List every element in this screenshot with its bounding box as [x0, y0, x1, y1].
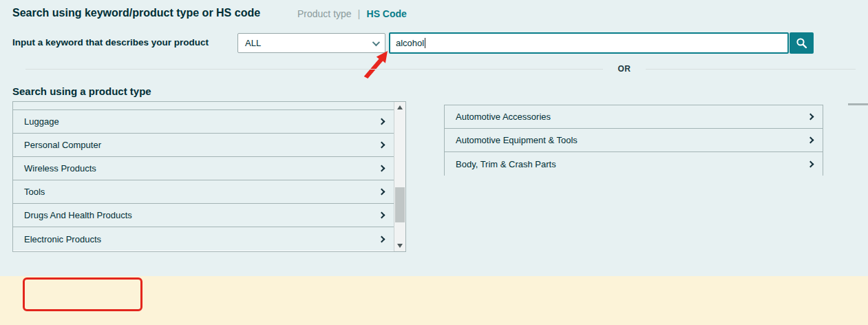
list-scroll-viewport: Lawn And Garden Luggage Personal Compute… — [13, 102, 394, 251]
or-divider-line — [25, 69, 856, 70]
tab-separator: | — [358, 8, 361, 19]
chevron-right-icon — [379, 235, 385, 242]
scroll-up-button[interactable] — [394, 102, 405, 113]
triangle-up-icon — [397, 105, 403, 109]
search-mode-tabs: Product type | HS Code — [297, 8, 407, 19]
page-title: Search using keyword/product type or HS … — [12, 7, 260, 19]
red-arrow-annotation — [358, 45, 391, 80]
chevron-right-icon — [379, 118, 385, 125]
magnifier-icon — [796, 37, 807, 49]
product-type-item[interactable]: Lawn And Garden — [13, 102, 394, 110]
chevron-right-icon — [379, 142, 385, 149]
product-type-item[interactable]: Drugs And Health Products — [13, 204, 394, 227]
product-type-item[interactable]: Personal Computer — [13, 134, 394, 157]
tab-product-type[interactable]: Product type — [297, 8, 352, 19]
product-type-item[interactable]: Automotive Accessories — [445, 105, 823, 129]
product-type-item[interactable]: Wireless Products — [13, 157, 394, 180]
product-type-item-label: Electronic Products — [24, 234, 101, 244]
search-button[interactable] — [790, 32, 814, 54]
product-type-item-label: Lawn And Garden — [24, 102, 96, 103]
product-type-item-label: Personal Computer — [24, 140, 101, 150]
category-select-value: ALL — [245, 38, 261, 48]
keyword-label: Input a keyword that describes your prod… — [12, 37, 209, 48]
chevron-right-icon — [807, 114, 814, 120]
chevron-right-icon — [379, 165, 385, 172]
chevron-right-icon — [807, 137, 814, 144]
tab-hs-code[interactable]: HS Code — [367, 8, 407, 19]
product-type-item-label: Wireless Products — [24, 163, 96, 174]
product-type-item-label: Tools — [24, 187, 45, 197]
scroll-down-button[interactable] — [394, 240, 405, 251]
or-label: OR — [603, 64, 646, 74]
product-type-item[interactable]: Body, Trim & Crash Parts — [445, 152, 823, 176]
clipped-edge-element — [848, 103, 868, 105]
product-type-item-label: Automotive Accessories — [456, 112, 551, 122]
product-type-item[interactable]: Tools — [13, 180, 394, 204]
scrollbar-thumb[interactable] — [395, 187, 405, 222]
red-highlight-box — [23, 277, 142, 311]
product-type-item-label: Automotive Equipment & Tools — [456, 135, 578, 145]
product-type-item[interactable]: Automotive Equipment & Tools — [445, 129, 823, 152]
product-type-item[interactable]: Electronic Products — [13, 227, 394, 251]
product-type-item-label: Body, Trim & Crash Parts — [456, 159, 556, 169]
product-type-item-label: Luggage — [24, 116, 59, 127]
keyword-input-value: alcohol — [396, 38, 424, 48]
product-type-list-right: Automotive Accessories Automotive Equipm… — [444, 105, 823, 176]
keyword-input[interactable]: alcohol — [389, 32, 789, 54]
triangle-down-icon — [397, 244, 403, 248]
chevron-right-icon — [807, 160, 814, 167]
product-type-heading: Search using a product type — [12, 85, 151, 97]
product-type-item-label: Drugs And Health Products — [24, 210, 132, 220]
product-type-item[interactable]: Luggage — [13, 110, 394, 134]
text-caret — [425, 38, 425, 48]
product-type-list-left: Lawn And Garden Luggage Personal Compute… — [12, 101, 406, 252]
vertical-scrollbar[interactable] — [394, 102, 405, 251]
chevron-right-icon — [379, 212, 385, 219]
chevron-right-icon — [379, 189, 385, 196]
